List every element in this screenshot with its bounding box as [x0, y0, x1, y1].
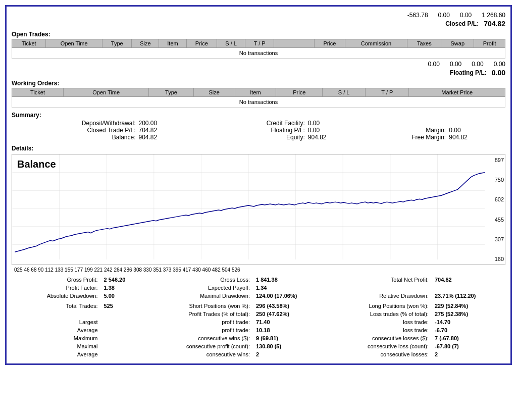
expected-payoff-label: Expected Payoff: — [144, 284, 253, 292]
closed-pl-label: Closed P/L: — [445, 20, 479, 27]
gross-loss-label: Gross Loss: — [144, 276, 253, 284]
max-consec-losses-value: 7 (-67.80) — [432, 334, 505, 342]
expected-payoff-value: 1.34 — [253, 284, 327, 292]
float-pl-row: Floating P/L: 0.00 — [12, 69, 505, 77]
avg-consec-wins-label: consecutive wins: — [144, 350, 253, 358]
wo-open-time: Open Time — [64, 88, 149, 97]
avg-consec-losses-value: 2 — [432, 350, 505, 358]
chart-y-axis: 897 750 602 455 307 160 — [485, 154, 505, 265]
largest-label: Largest — [12, 318, 101, 326]
max-consec-wins-label: consecutive wins ($): — [144, 334, 253, 342]
gross-profit-value: 2 546.20 — [101, 276, 144, 284]
main-container: -563.78 0.00 0.00 1 268.60 Closed P/L: 7… — [5, 5, 512, 365]
deposit-value: 200.00 — [138, 120, 195, 127]
summary-section: Summary: Deposit/Withdrawal: 200.00 Cred… — [12, 112, 505, 141]
details-section: Details: Balance — [12, 145, 505, 273]
stats-row-5: Profit Trades (% of total): 250 (47.62%)… — [12, 310, 505, 318]
float-row1: 0.00 0.00 0.00 0.00 — [12, 61, 505, 68]
stats-row-8: Maximum consecutive wins ($): 9 (69.81) … — [12, 334, 505, 342]
closed-pl-row: Closed P/L: 704.82 — [12, 20, 505, 28]
col-price: Price — [186, 39, 217, 48]
wo-sl: S / L — [323, 88, 366, 97]
col-swap: Swap — [441, 39, 474, 48]
deposit-label: Deposit/Withdrawal: — [12, 120, 138, 127]
details-title: Details: — [12, 145, 505, 152]
chart-x-axis: 025 46 68 90 112 133 155 177 199 221 242… — [12, 267, 505, 273]
max-consec-profit-label: consecutive profit (count): — [144, 342, 253, 350]
average-label: Average — [12, 326, 101, 334]
max-drawdown-label: Maximal Drawdown: — [144, 292, 253, 300]
float-pl-label: Floating P/L: — [450, 69, 487, 76]
total-trades-label: Total Trades: — [12, 302, 101, 310]
chart-svg — [12, 154, 485, 265]
maximum-label: Maximum — [12, 334, 101, 342]
y-label-1: 897 — [486, 157, 504, 163]
free-margin-label: Free Margin: — [365, 134, 449, 141]
floating-pl-section: 0.00 0.00 0.00 0.00 Floating P/L: 0.00 — [12, 61, 505, 77]
wo-item: Item — [235, 88, 276, 97]
profit-trades-label: Profit Trades (% of total): — [144, 310, 253, 318]
y-label-6: 160 — [486, 256, 504, 262]
col-taxes: Taxes — [407, 39, 441, 48]
free-margin-value: 904.82 — [449, 134, 505, 141]
largest-profit-trade-label: profit trade: — [144, 318, 253, 326]
col-commission: Commission — [345, 39, 407, 48]
col-sl: S / L — [217, 39, 245, 48]
balance-label: Balance: — [12, 134, 138, 141]
equity-label: Equity: — [195, 134, 308, 141]
y-label-5: 307 — [486, 236, 504, 242]
profit-factor-value: 1.38 — [101, 284, 144, 292]
loss-trades-value: 275 (52.38%) — [432, 310, 505, 318]
col-size: Size — [132, 39, 159, 48]
total-net-profit-value: 704.82 — [432, 276, 505, 284]
avg-profit-trade-value: 10.18 — [253, 326, 327, 334]
gross-loss-value: 1 841.38 — [253, 276, 327, 284]
stats-row-10: Average consecutive wins: 2 consecutive … — [12, 350, 505, 358]
largest-loss-trade-label: loss trade: — [327, 318, 432, 326]
summary-table: Deposit/Withdrawal: 200.00 Credit Facili… — [12, 120, 505, 141]
short-pos-label: Short Positions (won %): — [144, 302, 253, 310]
closed-trade-pl-value: 704.82 — [138, 127, 195, 134]
wo-ticket: Ticket — [12, 88, 64, 97]
top-right-section: -563.78 0.00 0.00 1 268.60 Closed P/L: 7… — [12, 12, 505, 28]
max-consec-loss-label: consecutive loss (count): — [327, 342, 432, 350]
top-row1: -563.78 0.00 0.00 1 268.60 — [12, 12, 505, 19]
wo-tp: T / P — [366, 88, 409, 97]
val3: 0.00 — [460, 12, 472, 19]
working-orders-title: Working Orders: — [12, 80, 505, 87]
floating-pl-sum-label: Floating P/L: — [195, 127, 308, 134]
val2: 0.00 — [438, 12, 450, 19]
credit-value: 0.00 — [308, 120, 365, 127]
val4: 1 268.60 — [482, 12, 505, 19]
y-label-4: 455 — [486, 217, 504, 223]
equity-value: 904.82 — [308, 134, 365, 141]
long-pos-label: Long Positions (won %): — [327, 302, 432, 310]
largest-profit-trade-value: 71.40 — [253, 318, 327, 326]
val1: -563.78 — [407, 12, 428, 19]
credit-label: Credit Facility: — [195, 120, 308, 127]
stats-row-6: Largest profit trade: 71.40 loss trade: … — [12, 318, 505, 326]
stats-row-1: Gross Profit: 2 546.20 Gross Loss: 1 841… — [12, 276, 505, 284]
float-pl-value: 0.00 — [492, 69, 505, 77]
floating-pl-sum-value: 0.00 — [308, 127, 365, 134]
summary-title: Summary: — [12, 112, 505, 119]
abs-drawdown-value: 5.00 — [101, 292, 144, 300]
max-consec-profit-value: 130.80 (5) — [253, 342, 327, 350]
stats-section: Gross Profit: 2 546.20 Gross Loss: 1 841… — [12, 276, 505, 358]
avg-consec-wins-value: 2 — [253, 350, 327, 358]
short-pos-value: 296 (43.58%) — [253, 302, 327, 310]
stats-row-7: Average profit trade: 10.18 loss trade: … — [12, 326, 505, 334]
x-axis-values: 025 46 68 90 112 133 155 177 199 221 242… — [14, 267, 240, 273]
working-orders-table: Ticket Open Time Type Size Item Price S … — [12, 88, 505, 97]
total-trades-value: 525 — [101, 302, 144, 310]
total-net-profit-label: Total Net Profit: — [327, 276, 432, 284]
col-ticket: Ticket — [12, 39, 46, 48]
max-drawdown-value: 124.00 (17.06%) — [253, 292, 327, 300]
stats-row-4: Total Trades: 525 Short Positions (won %… — [12, 302, 505, 310]
rel-drawdown-value: 23.71% (112.20) — [432, 292, 505, 300]
open-trades-empty: No transactions — [12, 48, 505, 59]
avg-loss-trade-label: loss trade: — [327, 326, 432, 334]
fval3: 0.00 — [472, 61, 483, 68]
working-orders-empty: No transactions — [12, 97, 505, 108]
balance-value: 904.82 — [138, 134, 195, 141]
